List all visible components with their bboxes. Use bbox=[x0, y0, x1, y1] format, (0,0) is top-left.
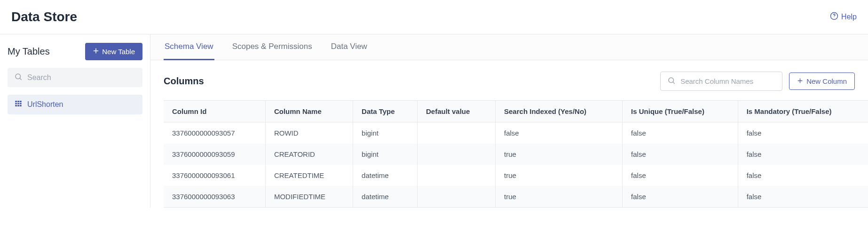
table-cell: CREATORID bbox=[265, 144, 353, 165]
table-cell: 3376000000093059 bbox=[164, 144, 265, 165]
table-row[interactable]: 3376000000093057ROWIDbigintfalsefalsefal… bbox=[164, 122, 868, 144]
table-cell: bigint bbox=[353, 122, 418, 144]
table-cell: false bbox=[623, 186, 738, 208]
tab-scopes-permissions[interactable]: Scopes & Permissions bbox=[231, 34, 313, 60]
help-label: Help bbox=[841, 13, 857, 21]
new-table-button[interactable]: New Table bbox=[85, 43, 142, 60]
table-cell: MODIFIEDTIME bbox=[265, 186, 353, 208]
sidebar-table-label: UrlShorten bbox=[27, 100, 63, 109]
table-cell: ROWID bbox=[265, 122, 353, 144]
table-header-cell: Data Type bbox=[353, 101, 418, 122]
table-cell bbox=[418, 122, 496, 144]
svg-rect-7 bbox=[17, 101, 19, 102]
columns-table: Column IdColumn NameData TypeDefault val… bbox=[164, 100, 868, 208]
new-column-label: New Column bbox=[806, 77, 847, 85]
help-icon bbox=[830, 12, 838, 22]
svg-rect-13 bbox=[17, 105, 19, 106]
svg-rect-6 bbox=[15, 101, 17, 102]
table-row[interactable]: 3376000000093063MODIFIEDTIMEdatetimetrue… bbox=[164, 186, 868, 208]
table-header-cell: Default value bbox=[418, 101, 496, 122]
svg-point-15 bbox=[669, 78, 674, 83]
table-cell: false bbox=[623, 165, 738, 186]
table-cell: 3376000000093057 bbox=[164, 122, 265, 144]
svg-rect-14 bbox=[20, 105, 22, 106]
svg-rect-10 bbox=[17, 103, 19, 105]
tab-data-view[interactable]: Data View bbox=[330, 34, 368, 60]
table-header-row: Column IdColumn NameData TypeDefault val… bbox=[164, 101, 868, 122]
table-cell: datetime bbox=[353, 165, 418, 186]
table-header-cell: Is Unique (True/False) bbox=[623, 101, 738, 122]
search-icon bbox=[667, 76, 676, 86]
new-column-button[interactable]: New Column bbox=[789, 73, 855, 90]
search-icon bbox=[14, 73, 23, 82]
new-table-label: New Table bbox=[102, 48, 135, 56]
table-cell: false bbox=[738, 144, 868, 165]
sidebar-search[interactable] bbox=[8, 68, 142, 87]
plus-icon bbox=[797, 77, 803, 85]
table-cell: true bbox=[496, 144, 623, 165]
plus-icon bbox=[93, 48, 99, 56]
svg-line-16 bbox=[673, 82, 675, 84]
help-link[interactable]: Help bbox=[830, 12, 857, 22]
table-cell: CREATEDTIME bbox=[265, 165, 353, 186]
table-cell: false bbox=[623, 144, 738, 165]
sidebar: My Tables New Table bbox=[0, 34, 150, 208]
table-header-cell: Search Indexed (Yes/No) bbox=[496, 101, 623, 122]
svg-point-1 bbox=[834, 17, 835, 18]
main: Schema ViewScopes & PermissionsData View… bbox=[150, 34, 868, 208]
topbar: Data Store Help bbox=[0, 0, 868, 34]
svg-rect-12 bbox=[15, 105, 17, 106]
table-cell bbox=[418, 186, 496, 208]
table-cell bbox=[418, 144, 496, 165]
table-cell: false bbox=[623, 122, 738, 144]
table-row[interactable]: 3376000000093061CREATEDTIMEdatetimetruef… bbox=[164, 165, 868, 186]
columns-actions: New Column bbox=[660, 72, 855, 91]
table-cell: 3376000000093061 bbox=[164, 165, 265, 186]
sidebar-title: My Tables bbox=[8, 46, 50, 57]
table-row[interactable]: 3376000000093059CREATORIDbiginttruefalse… bbox=[164, 144, 868, 165]
table-icon bbox=[14, 99, 23, 110]
columns-title: Columns bbox=[164, 76, 204, 87]
page-title: Data Store bbox=[11, 9, 77, 24]
tabs: Schema ViewScopes & PermissionsData View bbox=[150, 34, 868, 60]
table-header-cell: Is Mandatory (True/False) bbox=[738, 101, 868, 122]
column-search[interactable] bbox=[660, 72, 782, 91]
svg-rect-9 bbox=[15, 103, 17, 105]
table-cell: false bbox=[738, 122, 868, 144]
table-cell: true bbox=[496, 165, 623, 186]
table-header-cell: Column Id bbox=[164, 101, 265, 122]
column-search-input[interactable] bbox=[680, 77, 775, 85]
table-cell: false bbox=[738, 186, 868, 208]
sidebar-search-input[interactable] bbox=[27, 73, 136, 82]
table-cell: 3376000000093063 bbox=[164, 186, 265, 208]
table-header-cell: Column Name bbox=[265, 101, 353, 122]
svg-line-5 bbox=[20, 78, 22, 80]
columns-section-head: Columns New Column bbox=[150, 60, 868, 100]
table-cell: false bbox=[738, 165, 868, 186]
table-cell: true bbox=[496, 186, 623, 208]
svg-rect-11 bbox=[20, 103, 22, 105]
tab-schema-view[interactable]: Schema View bbox=[164, 34, 214, 60]
table-cell: false bbox=[496, 122, 623, 144]
table-cell: bigint bbox=[353, 144, 418, 165]
sidebar-head: My Tables New Table bbox=[8, 43, 142, 60]
svg-rect-8 bbox=[20, 101, 22, 102]
svg-point-4 bbox=[16, 74, 21, 79]
sidebar-table-item[interactable]: UrlShorten bbox=[8, 95, 142, 114]
table-cell bbox=[418, 165, 496, 186]
table-cell: datetime bbox=[353, 186, 418, 208]
